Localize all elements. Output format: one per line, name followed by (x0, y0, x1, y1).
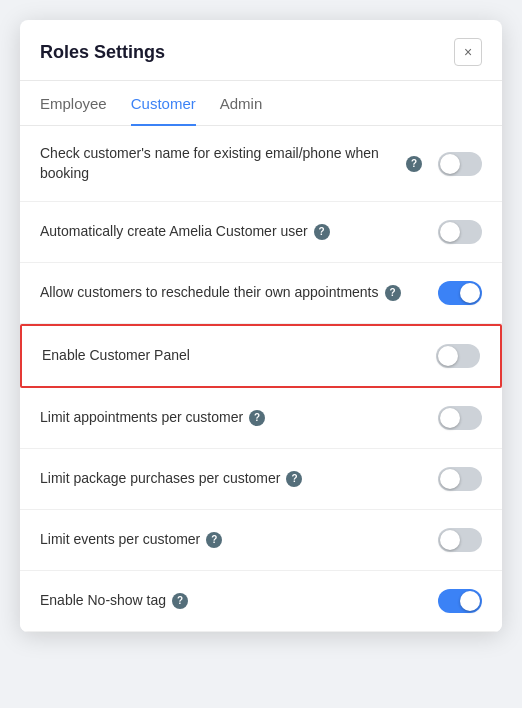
toggle-limit-package[interactable] (438, 467, 482, 491)
tab-admin[interactable]: Admin (220, 81, 263, 126)
setting-row-limit-events: Limit events per customer ? (20, 510, 502, 571)
setting-label-enable-noshow: Enable No-show tag ? (40, 591, 438, 611)
setting-row-check-customer-name: Check customer's name for existing email… (20, 126, 502, 202)
help-icon-allow-reschedule[interactable]: ? (385, 285, 401, 301)
close-button[interactable]: × (454, 38, 482, 66)
setting-label-auto-create-amelia: Automatically create Amelia Customer use… (40, 222, 438, 242)
help-icon-limit-package[interactable]: ? (286, 471, 302, 487)
setting-row-allow-reschedule: Allow customers to reschedule their own … (20, 263, 502, 324)
setting-row-limit-package: Limit package purchases per customer ? (20, 449, 502, 510)
toggle-enable-customer-panel[interactable] (436, 344, 480, 368)
setting-label-allow-reschedule: Allow customers to reschedule their own … (40, 283, 438, 303)
toggle-auto-create-amelia[interactable] (438, 220, 482, 244)
help-icon-auto-create-amelia[interactable]: ? (314, 224, 330, 240)
toggle-check-customer-name[interactable] (438, 152, 482, 176)
setting-row-enable-noshow: Enable No-show tag ? (20, 571, 502, 632)
roles-settings-modal: Roles Settings × Employee Customer Admin… (20, 20, 502, 632)
setting-row-enable-customer-panel: Enable Customer Panel (20, 324, 502, 388)
toggle-allow-reschedule[interactable] (438, 281, 482, 305)
setting-label-enable-customer-panel: Enable Customer Panel (42, 346, 436, 366)
modal-title: Roles Settings (40, 42, 165, 63)
help-icon-check-customer-name[interactable]: ? (406, 156, 422, 172)
settings-list: Check customer's name for existing email… (20, 126, 502, 632)
setting-label-limit-events: Limit events per customer ? (40, 530, 438, 550)
setting-row-auto-create-amelia: Automatically create Amelia Customer use… (20, 202, 502, 263)
tab-employee[interactable]: Employee (40, 81, 107, 126)
help-icon-limit-appointments[interactable]: ? (249, 410, 265, 426)
setting-label-limit-appointments: Limit appointments per customer ? (40, 408, 438, 428)
help-icon-limit-events[interactable]: ? (206, 532, 222, 548)
setting-row-limit-appointments: Limit appointments per customer ? (20, 388, 502, 449)
tab-customer[interactable]: Customer (131, 81, 196, 126)
toggle-limit-appointments[interactable] (438, 406, 482, 430)
toggle-limit-events[interactable] (438, 528, 482, 552)
tabs-container: Employee Customer Admin (20, 81, 502, 126)
setting-label-check-customer-name: Check customer's name for existing email… (40, 144, 438, 183)
modal-header: Roles Settings × (20, 20, 502, 81)
help-icon-enable-noshow[interactable]: ? (172, 593, 188, 609)
toggle-enable-noshow[interactable] (438, 589, 482, 613)
setting-label-limit-package: Limit package purchases per customer ? (40, 469, 438, 489)
